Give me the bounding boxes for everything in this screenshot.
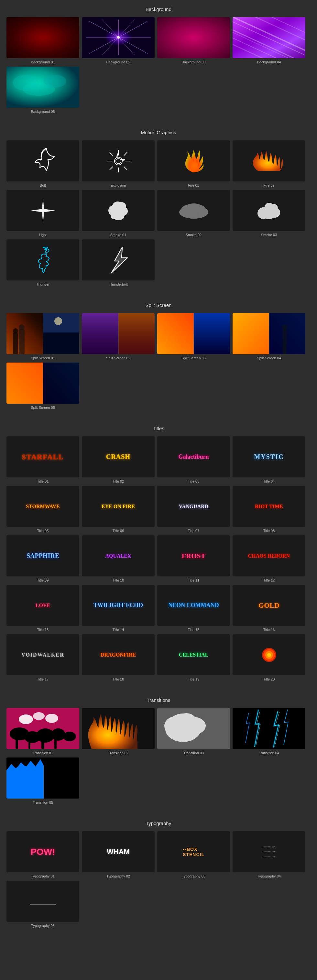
list-item[interactable]: Transition 05 xyxy=(6,757,79,804)
list-item[interactable]: Background 05 xyxy=(6,67,79,113)
title-text: STORMWAVE xyxy=(26,504,59,509)
list-item[interactable]: Background 02 xyxy=(82,17,155,64)
typo-text: WHAM xyxy=(107,848,130,856)
svg-point-77 xyxy=(282,325,287,330)
title-text: GOLD xyxy=(258,601,279,610)
svg-point-90 xyxy=(51,729,65,741)
list-item[interactable]: POW! Typography 01 xyxy=(6,831,79,878)
list-item[interactable]: Split Screen 03 xyxy=(157,313,230,360)
list-item[interactable]: NEON COMMAND Title 15 xyxy=(157,585,230,632)
title-text: TWILIGHT ECHO xyxy=(94,602,143,609)
list-item[interactable]: Split Screen 01 xyxy=(6,313,79,360)
list-item[interactable]: Split Screen 05 xyxy=(6,363,79,409)
svg-line-36 xyxy=(110,167,113,170)
list-item[interactable]: GOLD Title 16 xyxy=(233,585,305,632)
titles-section-title: Titles xyxy=(3,426,314,431)
svg-point-97 xyxy=(33,712,45,720)
list-item[interactable]: LOVE Title 13 xyxy=(6,585,79,632)
title-thumb-14: TWILIGHT ECHO xyxy=(82,585,155,626)
list-item[interactable]: Fire 01 xyxy=(157,140,230,187)
svg-rect-57 xyxy=(6,313,43,354)
list-item[interactable]: SAPPHIRE Title 09 xyxy=(6,535,79,582)
background-thumb-02 xyxy=(82,17,155,58)
mg-thumb-fire01 xyxy=(157,140,230,181)
list-item[interactable]: FROST Title 11 xyxy=(157,535,230,582)
svg-rect-67 xyxy=(82,313,118,354)
item-label: Title 06 xyxy=(113,529,124,533)
item-label: Typography 02 xyxy=(107,874,130,878)
item-label: Typography 04 xyxy=(257,874,281,878)
list-item[interactable]: CRASH Title 02 xyxy=(82,436,155,483)
list-item[interactable]: STORMWAVE Title 05 xyxy=(6,486,79,533)
svg-rect-94 xyxy=(41,737,44,749)
list-item[interactable]: Transition 01 xyxy=(6,708,79,755)
list-item[interactable]: Background 03 xyxy=(157,17,230,64)
svg-point-84 xyxy=(267,653,271,657)
item-label: Title 01 xyxy=(37,479,49,483)
list-item[interactable]: Smoke 03 xyxy=(233,190,305,237)
list-item[interactable]: ▪▪▪▪▪▪▪▪▪ ▪▪▪▪▪▪▪▪▪ ▪▪▪▪▪▪▪▪▪ Typography… xyxy=(233,831,305,878)
list-item[interactable]: VANGUARD Title 07 xyxy=(157,486,230,533)
list-item[interactable]: Transition 02 xyxy=(82,708,155,755)
item-label: Title 05 xyxy=(37,529,49,533)
list-item[interactable]: Thunder xyxy=(6,239,79,286)
list-item[interactable]: Galactiburn Title 03 xyxy=(157,436,230,483)
list-item[interactable]: EYE ON FIRE Title 06 xyxy=(82,486,155,533)
transition-thumb-02 xyxy=(82,708,155,749)
list-item[interactable]: RIOT TIME Title 08 xyxy=(233,486,305,533)
item-label: Title 16 xyxy=(263,628,275,632)
title-thumb-15: NEON COMMAND xyxy=(157,585,230,626)
list-item[interactable]: Smoke 01 xyxy=(82,190,155,237)
list-item[interactable]: Fire 02 xyxy=(233,140,305,187)
item-label: Title 15 xyxy=(188,628,199,632)
list-item[interactable]: WHAM Typography 02 xyxy=(82,831,155,878)
item-label: Smoke 03 xyxy=(261,233,277,237)
list-item[interactable]: CHAOS REBORN Title 12 xyxy=(233,535,305,582)
title-text: CELESTIAL xyxy=(179,652,209,658)
list-item[interactable]: Transition 03 xyxy=(157,708,230,755)
item-label: Background 02 xyxy=(107,60,131,64)
item-label: Bolt xyxy=(40,183,46,187)
item-label: Title 08 xyxy=(263,529,275,533)
list-item[interactable]: Title 20 xyxy=(233,634,305,681)
item-label: Smoke 01 xyxy=(110,233,126,237)
list-item[interactable]: Explosion xyxy=(82,140,155,187)
title-text: NEON COMMAND xyxy=(168,602,219,609)
mg-thumb-fire02 xyxy=(233,140,305,181)
svg-point-63 xyxy=(54,317,62,325)
list-item[interactable]: MYSTIC Title 04 xyxy=(233,436,305,483)
list-item[interactable]: Split Screen 04 xyxy=(233,313,305,360)
item-label: Title 13 xyxy=(37,628,49,632)
list-item[interactable]: Thunderbolt xyxy=(82,239,155,286)
mg-thumb-thunderbolt xyxy=(82,239,155,280)
list-item[interactable]: ▪▪BOXSTENCIL Typography 03 xyxy=(157,831,230,878)
list-item[interactable]: Light xyxy=(6,190,79,237)
item-label: Title 18 xyxy=(113,677,124,681)
motion-graphics-grid: Bolt xyxy=(3,140,314,286)
item-label: Background 04 xyxy=(257,60,281,64)
item-label: Typography 05 xyxy=(31,924,55,928)
list-item[interactable]: AQUALEX Title 10 xyxy=(82,535,155,582)
list-item[interactable]: Typography 05 xyxy=(6,881,79,928)
svg-point-98 xyxy=(45,714,58,723)
list-item[interactable]: CELESTIAL Title 19 xyxy=(157,634,230,681)
list-item[interactable]: STARFALL Title 01 xyxy=(6,436,79,483)
list-item[interactable]: TWILIGHT ECHO Title 14 xyxy=(82,585,155,632)
list-item[interactable]: Split Screen 02 xyxy=(82,313,155,360)
item-label: Fire 01 xyxy=(188,183,199,187)
list-item[interactable]: Transition 04 xyxy=(233,708,305,755)
list-item[interactable]: Background 04 xyxy=(233,17,305,64)
list-item[interactable]: DRAGONFIRE Title 18 xyxy=(82,634,155,681)
title-text: LOVE xyxy=(36,603,50,608)
svg-line-35 xyxy=(124,152,127,156)
list-item[interactable]: VOIDWALKER Title 17 xyxy=(6,634,79,681)
item-label: Split Screen 03 xyxy=(182,356,206,360)
title-text: STARFALL xyxy=(22,453,64,461)
list-item[interactable]: Background 01 xyxy=(6,17,79,64)
list-item[interactable]: Bolt xyxy=(6,140,79,187)
svg-point-96 xyxy=(19,714,33,724)
list-item[interactable]: Smoke 02 xyxy=(157,190,230,237)
svg-rect-68 xyxy=(118,313,155,354)
item-label: Smoke 02 xyxy=(186,233,202,237)
title-thumb-16: GOLD xyxy=(233,585,305,626)
